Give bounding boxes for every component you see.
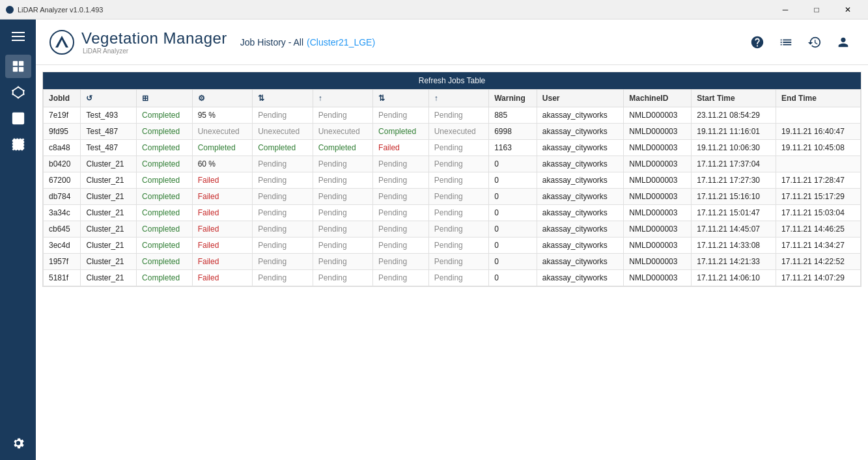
table-cell: 3ec4d: [44, 237, 81, 254]
table-cell: NMLD000003: [624, 237, 692, 254]
table-cell: Completed: [137, 107, 193, 124]
table-cell: NMLD000003: [624, 156, 692, 172]
table-cell: Pending: [313, 254, 372, 270]
table-cell: 17.11.21 14:33:08: [692, 237, 776, 254]
close-button[interactable]: ✕: [833, 0, 863, 20]
table-cell: 23.11.21 08:54:29: [692, 107, 776, 124]
col-header-3[interactable]: ⊞: [137, 90, 193, 107]
table-cell: Pending: [373, 270, 429, 286]
table-cell: cb645: [44, 221, 81, 237]
table-cell: akassay_cityworks: [537, 205, 624, 221]
table-cell: Pending: [253, 270, 313, 286]
table-cell: Cluster_21: [81, 156, 137, 172]
table-cell: NMLD000003: [624, 107, 692, 124]
refresh-button[interactable]: Refresh Jobs Table: [43, 72, 861, 89]
sidebar-item-select[interactable]: [5, 133, 31, 156]
hamburger-line: [12, 36, 25, 37]
svg-point-10: [12, 90, 14, 92]
sidebar-item-dashboard[interactable]: [5, 55, 31, 78]
col-header-starttime[interactable]: Start Time: [692, 90, 776, 107]
table-row[interactable]: 1957fCluster_21CompletedFailedPendingPen…: [44, 254, 861, 270]
table-cell: 3a34c: [44, 205, 81, 221]
table-cell: Pending: [253, 156, 313, 172]
account-button[interactable]: [832, 31, 855, 54]
col-header-7[interactable]: ⇅: [373, 90, 429, 107]
header-actions: [746, 31, 855, 54]
list-button[interactable]: [774, 31, 798, 54]
table-cell: Failed: [192, 189, 252, 205]
table-cell: Failed: [192, 172, 252, 189]
table-cell: 60 %: [192, 156, 252, 172]
table-cell: Pending: [313, 107, 372, 124]
sidebar-item-layers[interactable]: [5, 81, 31, 104]
table-cell: Failed: [192, 254, 252, 270]
table-cell: Pending: [373, 254, 429, 270]
col-header-user[interactable]: User: [537, 90, 624, 107]
history-button[interactable]: [803, 31, 826, 54]
table-row[interactable]: cb645Cluster_21CompletedFailedPendingPen…: [44, 221, 861, 237]
table-row[interactable]: 7e19fTest_493Completed95 %PendingPending…: [44, 107, 861, 124]
window-controls: ─ □ ✕: [770, 0, 863, 20]
table-cell: Completed: [137, 237, 193, 254]
table-cell: 95 %: [192, 107, 252, 124]
table-cell: Pending: [428, 189, 488, 205]
table-cell: Cluster_21: [81, 205, 137, 221]
sidebar-item-settings[interactable]: [5, 431, 31, 455]
table-cell: akassay_cityworks: [537, 221, 624, 237]
help-button[interactable]: [746, 31, 769, 54]
table-cell: Completed: [137, 172, 193, 189]
account-icon: [836, 35, 850, 49]
table-cell: 17.11.21 17:27:30: [692, 172, 776, 189]
table-cell: Pending: [428, 221, 488, 237]
col-header-machine[interactable]: MachineID: [624, 90, 692, 107]
table-cell: 1163: [489, 140, 537, 156]
maximize-button[interactable]: □: [802, 0, 832, 20]
table-cell: NMLD000003: [624, 270, 692, 286]
table-cell: Completed: [137, 254, 193, 270]
table-row[interactable]: 67200Cluster_21CompletedFailedPendingPen…: [44, 172, 861, 189]
table-cell: 17.11.21 15:17:29: [776, 189, 861, 205]
table-cell: NMLD000003: [624, 254, 692, 270]
table-row[interactable]: 5181fCluster_21CompletedFailedPendingPen…: [44, 270, 861, 286]
table-row[interactable]: c8a48Test_487CompletedCompletedCompleted…: [44, 140, 861, 156]
table-cell: 6998: [489, 124, 537, 140]
svg-point-0: [6, 6, 14, 14]
table-cell: NMLD000003: [624, 124, 692, 140]
col-header-6[interactable]: ↑: [313, 90, 372, 107]
col-header-endtime[interactable]: End Time: [776, 90, 861, 107]
table-cell: 17.11.21 14:07:29: [776, 270, 861, 286]
table-wrapper: Refresh Jobs Table JobId ↺ ⊞ ⚙ ⇅ ↑ ⇅ ↑ W…: [42, 72, 861, 287]
table-row[interactable]: 9fd95Test_487CompletedUnexecutedUnexecut…: [44, 124, 861, 140]
col-header-jobid[interactable]: JobId: [44, 90, 81, 107]
col-header-4[interactable]: ⚙: [192, 90, 252, 107]
table-cell: akassay_cityworks: [537, 156, 624, 172]
hamburger-menu[interactable]: [5, 25, 31, 48]
minimize-button[interactable]: ─: [770, 0, 800, 20]
col-header-warning[interactable]: Warning: [489, 90, 537, 107]
table-cell: 0: [489, 189, 537, 205]
table-row[interactable]: 3a34cCluster_21CompletedFailedPendingPen…: [44, 205, 861, 221]
table-cell: Pending: [373, 156, 429, 172]
title-bar-text: LiDAR Analyzer v1.0.1.493: [18, 6, 103, 14]
cluster-label: (Cluster21_LGE): [307, 37, 375, 47]
table-cell: Pending: [313, 172, 372, 189]
app-logo: Vegetation Manager LiDAR Analyzer: [49, 29, 227, 55]
table-cell: 9fd95: [44, 124, 81, 140]
select-icon: [11, 137, 25, 152]
hamburger-line: [12, 40, 25, 41]
col-header-2[interactable]: ↺: [81, 90, 137, 107]
table-cell: Failed: [192, 270, 252, 286]
col-header-8[interactable]: ↑: [428, 90, 488, 107]
content-area: Refresh Jobs Table JobId ↺ ⊞ ⚙ ⇅ ↑ ⇅ ↑ W…: [36, 65, 868, 460]
sidebar: [0, 20, 36, 460]
table-row[interactable]: 3ec4dCluster_21CompletedFailedPendingPen…: [44, 237, 861, 254]
svg-rect-2: [18, 61, 23, 66]
table-cell: 17.11.21 15:16:10: [692, 189, 776, 205]
page-title: Job History - All: [240, 37, 303, 47]
table-cell: Test_493: [81, 107, 137, 124]
sidebar-item-draw[interactable]: [5, 107, 31, 130]
table-row[interactable]: b0420Cluster_21Completed60 %PendingPendi…: [44, 156, 861, 172]
table-cell: Failed: [192, 221, 252, 237]
table-row[interactable]: db784Cluster_21CompletedFailedPendingPen…: [44, 189, 861, 205]
col-header-5[interactable]: ⇅: [253, 90, 313, 107]
